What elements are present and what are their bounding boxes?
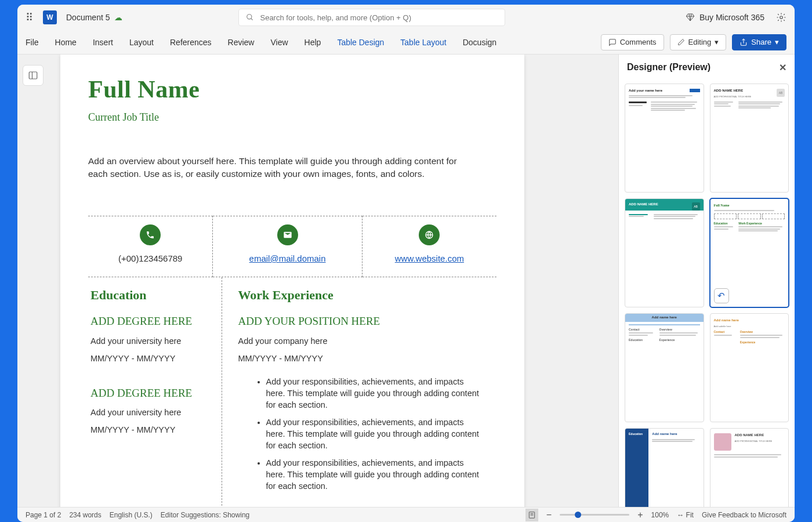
svg-rect-4 [29, 72, 37, 79]
tab-home[interactable]: Home [55, 38, 77, 47]
word-count[interactable]: 234 words [69, 511, 101, 519]
company-1[interactable]: Add your company here [238, 336, 483, 346]
contact-phone-cell[interactable]: (+00)123456789 [88, 216, 213, 277]
title-bar: ⠿ W Document 5 ☁ Search for tools, help,… [17, 5, 795, 30]
edu-dates-2[interactable]: MM/YYYY - MM/YYYY [90, 425, 208, 434]
edu-dates-1[interactable]: MM/YYYY - MM/YYYY [90, 354, 208, 363]
status-bar: Page 1 of 2 234 words English (U.S.) Edi… [17, 507, 795, 522]
design-thumb-8[interactable]: ADD NAME HEREADD PROFESSIONAL TITLE HERE [710, 428, 789, 507]
svg-point-0 [247, 14, 252, 19]
app-window: ⠿ W Document 5 ☁ Search for tools, help,… [17, 5, 795, 522]
word-logo-icon: W [43, 10, 57, 24]
email-value[interactable]: email@mail.domain [249, 253, 326, 263]
cloud-saved-icon: ☁ [114, 13, 122, 22]
overview-text[interactable]: Add an overview about yourself here. Thi… [88, 155, 471, 181]
full-name[interactable]: Full Name [88, 75, 496, 103]
bullet-3[interactable]: Add your responsibilities, achievements,… [266, 457, 483, 492]
editing-mode-button[interactable]: Editing ▾ [670, 34, 727, 50]
ribbon: File Home Insert Layout References Revie… [17, 30, 795, 55]
designer-thumbnails: Add your name here ADD NAME HERE AB ADD … [619, 80, 795, 507]
design-thumb-6[interactable]: Add name here Add subtitle here ContactO… [710, 313, 789, 422]
designer-title: Designer (Preview) [627, 62, 710, 72]
document-canvas[interactable]: Full Name Current Job Title Add an overv… [49, 55, 618, 507]
svg-line-1 [251, 19, 253, 20]
navigation-pane-button[interactable] [23, 65, 44, 86]
work-heading[interactable]: Work Experience [238, 288, 483, 303]
tab-help[interactable]: Help [304, 38, 321, 47]
design-thumb-3[interactable]: ADD NAME HEREAB [625, 198, 704, 307]
tab-references[interactable]: References [170, 38, 212, 47]
degree-2[interactable]: ADD DEGREE HERE [90, 386, 208, 400]
reading-view-button[interactable] [525, 509, 538, 521]
phone-value[interactable]: (+00)123456789 [118, 253, 183, 263]
page-indicator[interactable]: Page 1 of 2 [26, 511, 61, 519]
share-button[interactable]: Share ▾ [732, 34, 786, 50]
app-launcher-icon[interactable]: ⠿ [26, 11, 31, 24]
position-1[interactable]: ADD YOUR POSITION HERE [238, 314, 483, 328]
left-rail [17, 55, 49, 507]
phone-icon [140, 224, 161, 245]
designer-panel: Designer (Preview) ✕ Add your name here … [618, 55, 795, 507]
search-placeholder: Search for tools, help, and more (Option… [260, 13, 411, 22]
zoom-out-button[interactable]: − [546, 510, 552, 520]
language-indicator[interactable]: English (U.S.) [110, 511, 153, 519]
buy-365-button[interactable]: Buy Microsoft 365 [686, 13, 764, 22]
chevron-down-icon: ▾ [715, 38, 719, 46]
contact-table[interactable]: (+00)123456789 email@mail.domain [88, 216, 496, 277]
zoom-level[interactable]: 100% [651, 511, 669, 519]
settings-icon[interactable] [776, 12, 786, 23]
tab-table-design[interactable]: Table Design [337, 38, 384, 47]
tab-table-layout[interactable]: Table Layout [400, 38, 446, 47]
work-dates-1[interactable]: MM/YYYY - MM/YYYY [238, 354, 483, 363]
degree-1[interactable]: ADD DEGREE HERE [90, 314, 208, 328]
diamond-icon [686, 13, 695, 22]
education-cell[interactable]: Education ADD DEGREE HERE Add your unive… [88, 277, 222, 507]
contact-website-cell[interactable]: www.website.com [362, 216, 496, 277]
design-thumb-2[interactable]: ADD NAME HERE AB ADD PROFESSIONAL TITLE … [710, 84, 789, 193]
close-icon[interactable]: ✕ [779, 62, 786, 73]
design-thumb-7[interactable]: EducationAdd name here [625, 428, 704, 507]
website-value[interactable]: www.website.com [395, 253, 464, 263]
work-bullets[interactable]: Add your responsibilities, achievements,… [238, 376, 483, 492]
zoom-in-button[interactable]: + [637, 510, 643, 520]
tab-layout[interactable]: Layout [129, 38, 154, 47]
fit-button[interactable]: ↔ Fit [677, 511, 694, 519]
svg-point-2 [780, 16, 783, 19]
job-title[interactable]: Current Job Title [88, 111, 496, 124]
design-thumb-1[interactable]: Add your name here [625, 84, 704, 193]
ribbon-tabs: File Home Insert Layout References Revie… [26, 38, 496, 47]
main-area: Full Name Current Job Title Add an overv… [17, 55, 795, 507]
document-page[interactable]: Full Name Current Job Title Add an overv… [60, 55, 524, 507]
education-heading[interactable]: Education [90, 288, 208, 303]
globe-icon [419, 224, 440, 245]
tab-view[interactable]: View [270, 38, 288, 47]
email-icon [277, 224, 298, 245]
university-1[interactable]: Add your university here [90, 336, 208, 346]
search-icon [246, 13, 254, 21]
tab-review[interactable]: Review [228, 38, 255, 47]
document-title[interactable]: Document 5 [66, 13, 110, 22]
tab-file[interactable]: File [26, 38, 39, 47]
body-table[interactable]: Education ADD DEGREE HERE Add your unive… [88, 277, 496, 507]
design-thumb-4-selected[interactable]: Full Name EducationWork Experience ↶ [710, 198, 789, 307]
design-thumb-5[interactable]: Add name here ContactEducationOverviewEx… [625, 313, 704, 422]
tab-docusign[interactable]: Docusign [463, 38, 496, 47]
zoom-slider[interactable] [560, 514, 629, 516]
university-2[interactable]: Add your university here [90, 408, 208, 417]
chevron-down-icon: ▾ [775, 38, 779, 46]
undo-icon[interactable]: ↶ [714, 288, 729, 303]
editor-suggestions[interactable]: Editor Suggestions: Showing [161, 511, 249, 519]
comments-button[interactable]: Comments [601, 34, 664, 50]
work-experience-cell[interactable]: Work Experience ADD YOUR POSITION HERE A… [222, 277, 496, 507]
bullet-1[interactable]: Add your responsibilities, achievements,… [266, 376, 483, 411]
contact-email-cell[interactable]: email@mail.domain [213, 216, 362, 277]
tab-insert[interactable]: Insert [93, 38, 113, 47]
search-input[interactable]: Search for tools, help, and more (Option… [238, 9, 505, 26]
bullet-2[interactable]: Add your responsibilities, achievements,… [266, 416, 483, 451]
feedback-link[interactable]: Give Feedback to Microsoft [702, 511, 786, 519]
